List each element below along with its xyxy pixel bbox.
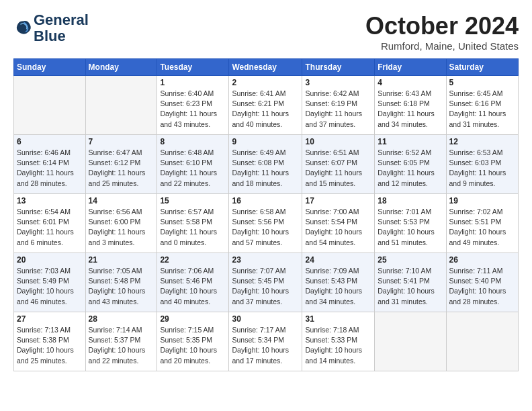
weekday-header: Sunday [14,59,86,76]
calendar-cell: 18Sunrise: 7:01 AMSunset: 5:53 PMDayligh… [375,194,446,253]
calendar-cell: 23Sunrise: 7:07 AMSunset: 5:45 PMDayligh… [229,253,302,312]
cell-details: Sunrise: 6:53 AMSunset: 6:03 PMDaylight:… [449,148,515,189]
location: Rumford, Maine, United States [365,40,519,52]
day-number: 9 [232,137,299,146]
calendar-cell: 2Sunrise: 6:41 AMSunset: 6:21 PMDaylight… [229,76,302,135]
calendar-cell: 28Sunrise: 7:14 AMSunset: 5:37 PMDayligh… [85,312,157,371]
calendar-cell [446,312,518,371]
calendar-cell: 22Sunrise: 7:06 AMSunset: 5:46 PMDayligh… [157,253,229,312]
calendar-cell: 14Sunrise: 6:56 AMSunset: 6:00 PMDayligh… [85,194,157,253]
calendar-cell: 9Sunrise: 6:49 AMSunset: 6:08 PMDaylight… [229,135,302,194]
calendar-page: General Blue October 2024 Rumford, Maine… [0,0,532,378]
calendar-cell: 31Sunrise: 7:18 AMSunset: 5:33 PMDayligh… [302,312,375,371]
cell-details: Sunrise: 6:48 AMSunset: 6:10 PMDaylight:… [160,148,226,189]
day-number: 23 [232,255,299,265]
cell-details: Sunrise: 7:06 AMSunset: 5:46 PMDaylight:… [160,266,226,307]
cell-details: Sunrise: 7:07 AMSunset: 5:45 PMDaylight:… [232,266,299,307]
title-area: October 2024 Rumford, Maine, United Stat… [365,12,519,52]
cell-details: Sunrise: 6:58 AMSunset: 5:56 PMDaylight:… [232,207,299,248]
day-number: 29 [160,314,226,324]
day-number: 24 [305,255,371,265]
calendar-row: 1Sunrise: 6:40 AMSunset: 6:23 PMDaylight… [14,76,519,135]
cell-details: Sunrise: 7:02 AMSunset: 5:51 PMDaylight:… [449,207,515,248]
calendar-row: 27Sunrise: 7:13 AMSunset: 5:38 PMDayligh… [14,312,519,371]
day-number: 11 [378,137,443,146]
logo: General Blue [13,12,89,44]
calendar-cell: 1Sunrise: 6:40 AMSunset: 6:23 PMDaylight… [157,76,229,135]
cell-details: Sunrise: 6:41 AMSunset: 6:21 PMDaylight:… [232,89,299,130]
calendar-cell: 16Sunrise: 6:58 AMSunset: 5:56 PMDayligh… [229,194,302,253]
calendar-row: 20Sunrise: 7:03 AMSunset: 5:49 PMDayligh… [14,253,519,312]
cell-details: Sunrise: 7:00 AMSunset: 5:54 PMDaylight:… [305,207,371,248]
header: General Blue October 2024 Rumford, Maine… [13,12,519,52]
calendar-cell: 3Sunrise: 6:42 AMSunset: 6:19 PMDaylight… [302,76,375,135]
logo-icon [13,19,32,38]
day-number: 26 [449,255,515,265]
calendar-cell [14,76,86,135]
cell-details: Sunrise: 6:51 AMSunset: 6:07 PMDaylight:… [305,148,371,189]
cell-details: Sunrise: 7:03 AMSunset: 5:49 PMDaylight:… [17,266,83,307]
day-number: 6 [17,137,83,146]
cell-details: Sunrise: 7:09 AMSunset: 5:43 PMDaylight:… [305,266,371,307]
day-number: 30 [232,314,299,324]
cell-details: Sunrise: 7:13 AMSunset: 5:38 PMDaylight:… [17,325,83,366]
cell-details: Sunrise: 6:47 AMSunset: 6:12 PMDaylight:… [89,148,154,189]
weekday-header: Thursday [302,59,375,76]
cell-details: Sunrise: 7:11 AMSunset: 5:40 PMDaylight:… [449,266,515,307]
calendar-cell [375,312,446,371]
day-number: 5 [449,78,515,87]
calendar-cell: 17Sunrise: 7:00 AMSunset: 5:54 PMDayligh… [302,194,375,253]
day-number: 10 [305,137,371,146]
calendar-cell: 4Sunrise: 6:43 AMSunset: 6:18 PMDaylight… [375,76,446,135]
day-number: 12 [449,137,515,146]
weekday-header: Monday [85,59,157,76]
cell-details: Sunrise: 6:46 AMSunset: 6:14 PMDaylight:… [17,148,83,189]
month-title: October 2024 [365,12,519,40]
calendar-row: 13Sunrise: 6:54 AMSunset: 6:01 PMDayligh… [14,194,519,253]
day-number: 8 [160,137,226,146]
day-number: 21 [89,255,154,265]
day-number: 27 [17,314,83,324]
calendar-cell: 7Sunrise: 6:47 AMSunset: 6:12 PMDaylight… [85,135,157,194]
calendar-cell: 19Sunrise: 7:02 AMSunset: 5:51 PMDayligh… [446,194,518,253]
weekday-header: Friday [375,59,446,76]
weekday-header: Tuesday [157,59,229,76]
calendar-cell: 12Sunrise: 6:53 AMSunset: 6:03 PMDayligh… [446,135,518,194]
day-number: 7 [89,137,154,146]
calendar-cell: 10Sunrise: 6:51 AMSunset: 6:07 PMDayligh… [302,135,375,194]
day-number: 20 [17,255,83,265]
cell-details: Sunrise: 6:45 AMSunset: 6:16 PMDaylight:… [449,89,515,130]
cell-details: Sunrise: 7:14 AMSunset: 5:37 PMDaylight:… [89,325,154,366]
cell-details: Sunrise: 6:49 AMSunset: 6:08 PMDaylight:… [232,148,299,189]
day-number: 28 [89,314,154,324]
cell-details: Sunrise: 6:40 AMSunset: 6:23 PMDaylight:… [160,89,226,130]
cell-details: Sunrise: 7:18 AMSunset: 5:33 PMDaylight:… [305,325,371,366]
calendar-cell: 27Sunrise: 7:13 AMSunset: 5:38 PMDayligh… [14,312,86,371]
header-row: SundayMondayTuesdayWednesdayThursdayFrid… [14,59,519,76]
day-number: 18 [378,196,443,205]
logo-text: General Blue [34,12,89,44]
calendar-cell: 24Sunrise: 7:09 AMSunset: 5:43 PMDayligh… [302,253,375,312]
weekday-header: Wednesday [229,59,302,76]
calendar-cell: 29Sunrise: 7:15 AMSunset: 5:35 PMDayligh… [157,312,229,371]
calendar-cell: 13Sunrise: 6:54 AMSunset: 6:01 PMDayligh… [14,194,86,253]
cell-details: Sunrise: 6:43 AMSunset: 6:18 PMDaylight:… [378,89,443,130]
day-number: 17 [305,196,371,205]
calendar-cell: 30Sunrise: 7:17 AMSunset: 5:34 PMDayligh… [229,312,302,371]
calendar-cell: 26Sunrise: 7:11 AMSunset: 5:40 PMDayligh… [446,253,518,312]
cell-details: Sunrise: 6:56 AMSunset: 6:00 PMDaylight:… [89,207,154,248]
calendar-cell: 5Sunrise: 6:45 AMSunset: 6:16 PMDaylight… [446,76,518,135]
day-number: 3 [305,78,371,87]
day-number: 25 [378,255,443,265]
cell-details: Sunrise: 7:05 AMSunset: 5:48 PMDaylight:… [89,266,154,307]
day-number: 31 [305,314,371,324]
calendar-cell: 15Sunrise: 6:57 AMSunset: 5:58 PMDayligh… [157,194,229,253]
cell-details: Sunrise: 6:42 AMSunset: 6:19 PMDaylight:… [305,89,371,130]
day-number: 15 [160,196,226,205]
calendar-table: SundayMondayTuesdayWednesdayThursdayFrid… [13,58,519,371]
cell-details: Sunrise: 7:15 AMSunset: 5:35 PMDaylight:… [160,325,226,366]
day-number: 4 [378,78,443,87]
cell-details: Sunrise: 7:17 AMSunset: 5:34 PMDaylight:… [232,325,299,366]
day-number: 1 [160,78,226,87]
cell-details: Sunrise: 6:52 AMSunset: 6:05 PMDaylight:… [378,148,443,189]
